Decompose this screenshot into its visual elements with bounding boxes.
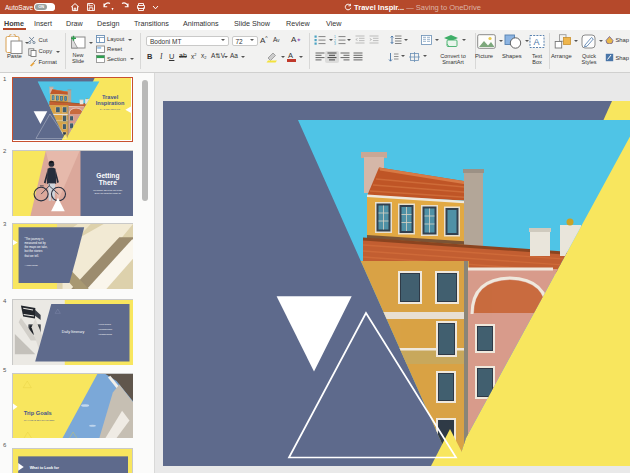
svg-text:• Recommended: • Recommended xyxy=(98,328,112,330)
svg-text:A: A xyxy=(534,37,540,47)
svg-text:“The journey is: “The journey is xyxy=(24,237,43,241)
svg-text:Daily Itinerary: Daily Itinerary xyxy=(61,330,84,334)
svg-text:as we roll round the inside up: as we roll round the inside up. xyxy=(94,192,121,194)
svg-text:• Neighborhoods: • Neighborhoods xyxy=(98,333,112,335)
svg-text:What to Look for: What to Look for xyxy=(29,466,59,470)
svg-text:Getting: Getting xyxy=(96,172,119,180)
svg-text:WHAT WE'VE SET OUT TO SEEK: WHAT WE'VE SET OUT TO SEEK xyxy=(23,419,55,421)
svg-text:3: 3 xyxy=(334,42,336,45)
svg-text:but the stories: but the stories xyxy=(24,250,43,254)
svg-text:the maps we take,: the maps we take, xyxy=(24,245,47,249)
svg-text:• Local libraries: • Local libraries xyxy=(98,323,111,325)
svg-text:that we tell.: that we tell. xyxy=(24,254,39,258)
svg-text:Trip Goals: Trip Goals xyxy=(23,410,51,416)
svg-text:measured not by: measured not by xyxy=(24,241,46,245)
svg-text:There: There xyxy=(98,179,116,186)
svg-text:—Mark Twain: —Mark Twain xyxy=(24,264,38,266)
